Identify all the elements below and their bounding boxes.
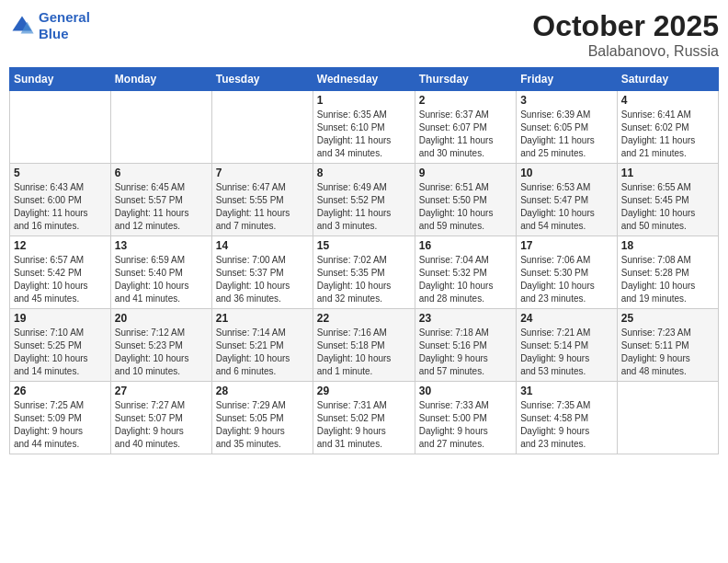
day-number: 20: [115, 312, 208, 325]
day-number: 22: [317, 312, 411, 325]
day-info: Sunrise: 6:47 AM Sunset: 5:55 PM Dayligh…: [216, 181, 309, 233]
calendar-cell: 2Sunrise: 6:37 AM Sunset: 6:07 PM Daylig…: [415, 91, 516, 164]
day-number: 9: [419, 167, 512, 179]
calendar-cell: 29Sunrise: 7:31 AM Sunset: 5:02 PM Dayli…: [313, 382, 415, 454]
calendar-cell: 22Sunrise: 7:16 AM Sunset: 5:18 PM Dayli…: [313, 309, 415, 382]
day-info: Sunrise: 6:59 AM Sunset: 5:40 PM Dayligh…: [115, 254, 208, 305]
weekday-header-monday: Monday: [110, 68, 211, 91]
day-info: Sunrise: 7:35 AM Sunset: 4:58 PM Dayligh…: [520, 399, 613, 451]
day-number: 16: [419, 239, 512, 252]
day-number: 3: [520, 94, 613, 107]
calendar-cell: 23Sunrise: 7:18 AM Sunset: 5:16 PM Dayli…: [415, 309, 516, 382]
day-number: 21: [216, 312, 309, 325]
day-info: Sunrise: 6:35 AM Sunset: 6:10 PM Dayligh…: [317, 109, 411, 160]
calendar-cell: 21Sunrise: 7:14 AM Sunset: 5:21 PM Dayli…: [211, 309, 313, 382]
day-number: 7: [216, 167, 309, 179]
day-info: Sunrise: 7:25 AM Sunset: 5:09 PM Dayligh…: [14, 399, 107, 451]
calendar-cell: 13Sunrise: 6:59 AM Sunset: 5:40 PM Dayli…: [110, 236, 211, 309]
calendar-cell: 20Sunrise: 7:12 AM Sunset: 5:23 PM Dayli…: [110, 309, 211, 382]
calendar-cell: 31Sunrise: 7:35 AM Sunset: 4:58 PM Dayli…: [517, 382, 618, 454]
calendar-cell: 5Sunrise: 6:43 AM Sunset: 6:00 PM Daylig…: [10, 164, 111, 236]
day-number: 12: [14, 239, 107, 252]
day-number: 26: [14, 385, 107, 397]
day-number: 5: [14, 167, 107, 179]
calendar-week-row: 19Sunrise: 7:10 AM Sunset: 5:25 PM Dayli…: [10, 309, 719, 382]
calendar-cell: [211, 91, 313, 164]
day-info: Sunrise: 7:10 AM Sunset: 5:25 PM Dayligh…: [14, 327, 107, 378]
day-info: Sunrise: 6:55 AM Sunset: 5:45 PM Dayligh…: [621, 181, 714, 233]
calendar-cell: 30Sunrise: 7:33 AM Sunset: 5:00 PM Dayli…: [415, 382, 516, 454]
day-number: 24: [520, 312, 613, 325]
weekday-header-sunday: Sunday: [10, 68, 111, 91]
logo-icon: [9, 13, 35, 39]
calendar-cell: 8Sunrise: 6:49 AM Sunset: 5:52 PM Daylig…: [313, 164, 415, 236]
day-number: 18: [621, 239, 714, 252]
calendar-cell: 24Sunrise: 7:21 AM Sunset: 5:14 PM Dayli…: [517, 309, 618, 382]
day-info: Sunrise: 6:45 AM Sunset: 5:57 PM Dayligh…: [115, 181, 208, 233]
day-info: Sunrise: 7:00 AM Sunset: 5:37 PM Dayligh…: [216, 254, 309, 305]
day-number: 4: [621, 94, 714, 107]
calendar-cell: 4Sunrise: 6:41 AM Sunset: 6:02 PM Daylig…: [617, 91, 718, 164]
calendar-cell: 25Sunrise: 7:23 AM Sunset: 5:11 PM Dayli…: [617, 309, 718, 382]
day-number: 2: [419, 94, 512, 107]
day-info: Sunrise: 7:16 AM Sunset: 5:18 PM Dayligh…: [317, 327, 411, 378]
calendar-cell: 16Sunrise: 7:04 AM Sunset: 5:32 PM Dayli…: [415, 236, 516, 309]
day-info: Sunrise: 6:49 AM Sunset: 5:52 PM Dayligh…: [317, 181, 411, 233]
day-info: Sunrise: 7:21 AM Sunset: 5:14 PM Dayligh…: [520, 327, 613, 378]
calendar-week-row: 26Sunrise: 7:25 AM Sunset: 5:09 PM Dayli…: [10, 382, 719, 454]
calendar-header-row: SundayMondayTuesdayWednesdayThursdayFrid…: [10, 68, 719, 91]
weekday-header-friday: Friday: [517, 68, 618, 91]
weekday-header-wednesday: Wednesday: [313, 68, 415, 91]
weekday-header-thursday: Thursday: [415, 68, 516, 91]
day-info: Sunrise: 6:37 AM Sunset: 6:07 PM Dayligh…: [419, 109, 512, 160]
day-number: 29: [317, 385, 411, 397]
day-number: 25: [621, 312, 714, 325]
day-info: Sunrise: 6:53 AM Sunset: 5:47 PM Dayligh…: [520, 181, 613, 233]
day-info: Sunrise: 7:31 AM Sunset: 5:02 PM Dayligh…: [317, 399, 411, 451]
day-info: Sunrise: 7:27 AM Sunset: 5:07 PM Dayligh…: [115, 399, 208, 451]
calendar-cell: 9Sunrise: 6:51 AM Sunset: 5:50 PM Daylig…: [415, 164, 516, 236]
month-title: October 2025: [532, 9, 719, 43]
day-info: Sunrise: 6:39 AM Sunset: 6:05 PM Dayligh…: [520, 109, 613, 160]
day-info: Sunrise: 7:12 AM Sunset: 5:23 PM Dayligh…: [115, 327, 208, 378]
day-info: Sunrise: 7:29 AM Sunset: 5:05 PM Dayligh…: [216, 399, 309, 451]
day-number: 15: [317, 239, 411, 252]
calendar-cell: 3Sunrise: 6:39 AM Sunset: 6:05 PM Daylig…: [517, 91, 618, 164]
day-number: 8: [317, 167, 411, 179]
weekday-header-saturday: Saturday: [617, 68, 718, 91]
calendar-cell: 26Sunrise: 7:25 AM Sunset: 5:09 PM Dayli…: [10, 382, 111, 454]
calendar: SundayMondayTuesdayWednesdayThursdayFrid…: [9, 67, 719, 454]
calendar-cell: 15Sunrise: 7:02 AM Sunset: 5:35 PM Dayli…: [313, 236, 415, 309]
day-info: Sunrise: 7:14 AM Sunset: 5:21 PM Dayligh…: [216, 327, 309, 378]
calendar-cell: 14Sunrise: 7:00 AM Sunset: 5:37 PM Dayli…: [211, 236, 313, 309]
calendar-week-row: 5Sunrise: 6:43 AM Sunset: 6:00 PM Daylig…: [10, 164, 719, 236]
header: General Blue October 2025 Balabanovo, Ru…: [9, 9, 719, 60]
day-number: 13: [115, 239, 208, 252]
calendar-cell: 18Sunrise: 7:08 AM Sunset: 5:28 PM Dayli…: [617, 236, 718, 309]
day-info: Sunrise: 7:23 AM Sunset: 5:11 PM Dayligh…: [621, 327, 714, 378]
calendar-cell: 10Sunrise: 6:53 AM Sunset: 5:47 PM Dayli…: [517, 164, 618, 236]
day-number: 1: [317, 94, 411, 107]
day-info: Sunrise: 6:43 AM Sunset: 6:00 PM Dayligh…: [14, 181, 107, 233]
calendar-cell: 11Sunrise: 6:55 AM Sunset: 5:45 PM Dayli…: [617, 164, 718, 236]
logo-general: General: [39, 9, 90, 26]
day-info: Sunrise: 6:57 AM Sunset: 5:42 PM Dayligh…: [14, 254, 107, 305]
day-info: Sunrise: 6:51 AM Sunset: 5:50 PM Dayligh…: [419, 181, 512, 233]
day-number: 14: [216, 239, 309, 252]
calendar-cell: 27Sunrise: 7:27 AM Sunset: 5:07 PM Dayli…: [110, 382, 211, 454]
day-number: 30: [419, 385, 512, 397]
day-number: 27: [115, 385, 208, 397]
calendar-cell: [10, 91, 111, 164]
day-info: Sunrise: 7:33 AM Sunset: 5:00 PM Dayligh…: [419, 399, 512, 451]
calendar-week-row: 12Sunrise: 6:57 AM Sunset: 5:42 PM Dayli…: [10, 236, 719, 309]
calendar-cell: 19Sunrise: 7:10 AM Sunset: 5:25 PM Dayli…: [10, 309, 111, 382]
day-info: Sunrise: 7:08 AM Sunset: 5:28 PM Dayligh…: [621, 254, 714, 305]
day-number: 17: [520, 239, 613, 252]
day-number: 31: [520, 385, 613, 397]
logo-blue: Blue: [39, 26, 90, 42]
day-number: 11: [621, 167, 714, 179]
calendar-cell: 7Sunrise: 6:47 AM Sunset: 5:55 PM Daylig…: [211, 164, 313, 236]
day-info: Sunrise: 7:04 AM Sunset: 5:32 PM Dayligh…: [419, 254, 512, 305]
calendar-cell: 12Sunrise: 6:57 AM Sunset: 5:42 PM Dayli…: [10, 236, 111, 309]
day-info: Sunrise: 7:02 AM Sunset: 5:35 PM Dayligh…: [317, 254, 411, 305]
